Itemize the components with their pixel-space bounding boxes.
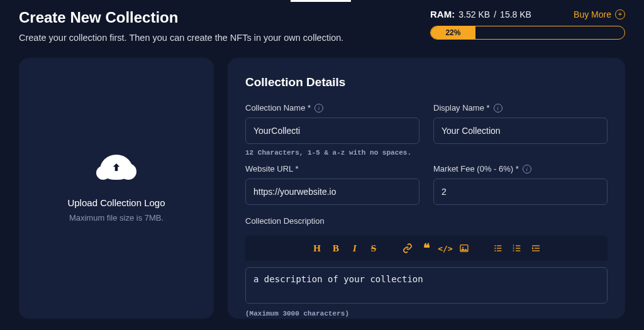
svg-rect-5: [497, 248, 501, 248]
ram-label: RAM:: [430, 9, 455, 19]
collection-details-card: Collection Details Collection Name * i 1…: [228, 58, 625, 319]
description-cell: Collection Description H B I S ❝ </>: [245, 216, 608, 317]
editor-toolbar: H B I S ❝ </> 123: [245, 236, 608, 261]
svg-rect-3: [497, 245, 501, 246]
ram-slash: /: [494, 9, 499, 19]
svg-point-6: [494, 250, 496, 251]
description-label-text: Collection Description: [245, 216, 325, 226]
toolbar-link-button[interactable]: [399, 239, 416, 257]
svg-point-2: [494, 245, 496, 246]
toolbar-indent-button[interactable]: [527, 239, 545, 257]
toolbar-italic-button[interactable]: I: [346, 239, 364, 257]
page-subtitle: Create your collection first. Then you c…: [19, 33, 430, 43]
upload-title: Upload Collection Logo: [67, 197, 165, 208]
header-row: Create New Collection Create your collec…: [0, 0, 644, 43]
svg-rect-16: [532, 250, 540, 251]
toolbar-strike-button[interactable]: S: [365, 239, 382, 257]
website-url-input[interactable]: [245, 179, 419, 205]
plus-circle-icon: +: [615, 9, 625, 19]
collection-name-label-text: Collection Name *: [245, 103, 311, 113]
description-input[interactable]: [245, 267, 608, 304]
cloud-upload-icon: [100, 155, 133, 180]
upload-logo-card[interactable]: Upload Collection Logo Maximum file size…: [19, 58, 214, 319]
upload-subtitle: Maximum file size is 7MB.: [69, 213, 164, 223]
display-name-input[interactable]: [433, 118, 608, 144]
svg-rect-7: [497, 250, 501, 251]
header-right: RAM: 3.52 KB / 15.8 KB Buy More + 22%: [430, 9, 625, 43]
ram-total: 15.8 KB: [500, 9, 531, 19]
svg-point-4: [494, 248, 496, 249]
svg-rect-13: [516, 250, 520, 251]
ram-used: 3.52 KB: [458, 9, 490, 19]
upload-arrow-icon: [110, 161, 123, 173]
collection-name-cell: Collection Name * i 12 Characters, 1-5 &…: [245, 103, 419, 157]
collection-name-helper: 12 Characters, 1-5 & a-z with no spaces.: [245, 149, 419, 157]
toolbar-ul-button[interactable]: [489, 239, 507, 257]
ram-progress-fill: 22%: [431, 26, 475, 39]
description-max-chars: (Maximum 3000 characters): [245, 310, 608, 317]
market-fee-cell: Market Fee (0% - 6%) * i: [433, 164, 608, 205]
display-name-label-text: Display Name *: [433, 103, 490, 113]
section-title: Collection Details: [245, 75, 608, 89]
info-icon[interactable]: i: [314, 104, 323, 113]
toolbar-quote-button[interactable]: ❝: [418, 239, 435, 257]
svg-point-1: [462, 247, 464, 248]
buy-more-label: Buy More: [574, 9, 611, 19]
ram-progress-bar: 22%: [430, 26, 625, 40]
info-icon[interactable]: i: [494, 104, 502, 113]
svg-rect-11: [516, 248, 520, 248]
svg-rect-9: [516, 245, 520, 246]
website-url-label: Website URL *: [245, 164, 419, 173]
svg-text:3: 3: [513, 249, 514, 252]
form-grid: Collection Name * i 12 Characters, 1-5 &…: [245, 103, 608, 317]
description-label: Collection Description: [245, 216, 608, 226]
ram-row: RAM: 3.52 KB / 15.8 KB Buy More +: [430, 9, 625, 19]
top-tab-indicator: [291, 0, 351, 2]
market-fee-label-text: Market Fee (0% - 6%) *: [433, 164, 519, 173]
toolbar-heading-button[interactable]: H: [308, 239, 326, 257]
toolbar-bold-button[interactable]: B: [327, 239, 345, 257]
svg-rect-14: [532, 245, 540, 246]
website-url-label-text: Website URL *: [245, 164, 299, 173]
collection-name-label: Collection Name * i: [245, 103, 419, 113]
collection-name-input[interactable]: [245, 118, 419, 144]
display-name-label: Display Name * i: [433, 103, 608, 113]
info-icon[interactable]: i: [523, 165, 531, 173]
header-left: Create New Collection Create your collec…: [19, 9, 430, 43]
toolbar-image-button[interactable]: [455, 239, 473, 257]
market-fee-label: Market Fee (0% - 6%) * i: [433, 164, 608, 173]
toolbar-code-button[interactable]: </>: [436, 239, 454, 257]
display-name-cell: Display Name * i: [433, 103, 608, 157]
website-url-cell: Website URL *: [245, 164, 419, 205]
ram-usage-text: RAM: 3.52 KB / 15.8 KB: [430, 9, 531, 19]
page-title: Create New Collection: [19, 9, 430, 26]
toolbar-ol-button[interactable]: 123: [508, 239, 526, 257]
market-fee-input[interactable]: [433, 179, 608, 205]
buy-more-button[interactable]: Buy More +: [574, 9, 625, 19]
body-row: Upload Collection Logo Maximum file size…: [0, 43, 644, 319]
svg-rect-15: [535, 248, 540, 248]
